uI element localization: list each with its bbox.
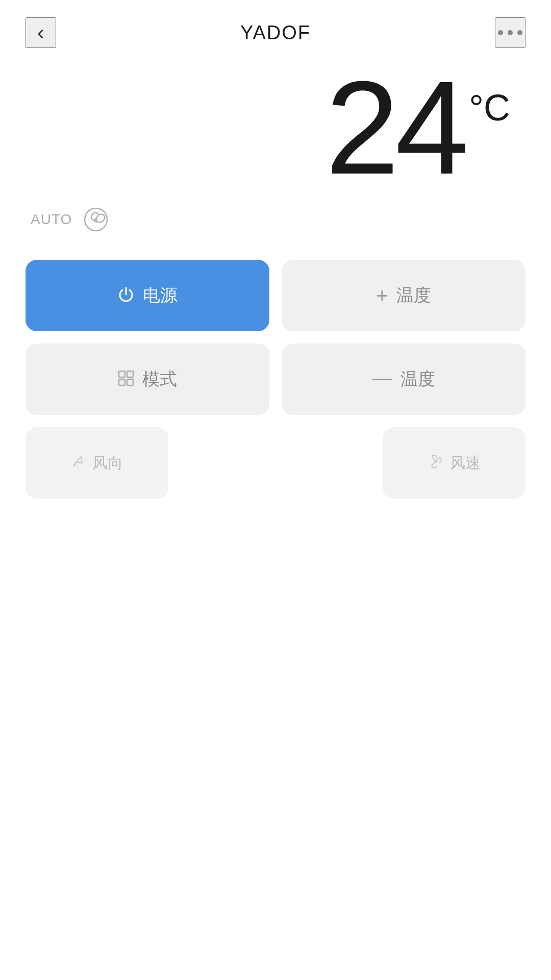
temperature-value: 24 [325,71,465,184]
wind-direction-button[interactable]: 风向 [26,427,168,499]
mode-label: AUTO [31,211,72,228]
temperature-unit: °C [469,87,510,129]
wind-row-spacer [181,427,370,499]
wind-dir-label: 风向 [92,453,123,474]
back-button[interactable]: ‹ [26,17,56,48]
wind-controls-row: 风向 风速 [0,415,551,499]
svg-point-1 [94,218,97,221]
svg-point-6 [435,460,437,462]
wind-speed-icon [428,453,444,473]
power-button[interactable]: 电源 [26,260,269,331]
plus-icon: + [376,285,388,306]
temp-down-button[interactable]: — 温度 [282,344,525,415]
page-title: YADOF [240,22,311,44]
temperature-section: 24 °C [0,56,551,184]
more-button[interactable] [495,17,525,48]
svg-rect-5 [127,379,133,385]
temperature-display: 24 °C [325,71,510,184]
back-icon: ‹ [37,22,44,43]
svg-rect-4 [119,379,125,385]
wind-dir-icon [71,454,86,473]
temp-up-label: 温度 [396,284,431,307]
temp-up-button[interactable]: + 温度 [282,260,525,331]
control-grid: 电源 + 温度 模式 — 温度 [0,260,551,415]
mode-fan-icon [81,205,111,234]
header: ‹ YADOF [0,0,551,56]
power-icon [117,286,135,306]
svg-rect-3 [127,371,133,377]
wind-speed-button[interactable]: 风速 [383,427,525,499]
mode-button-label: 模式 [142,368,177,391]
mode-grid-icon [118,370,134,389]
temp-down-label: 温度 [400,368,435,391]
mode-button[interactable]: 模式 [26,344,269,415]
mode-section: AUTO [0,184,551,260]
svg-rect-2 [119,371,125,377]
minus-icon: — [372,368,392,388]
more-dots-icon [498,30,522,35]
power-button-label: 电源 [143,284,178,307]
wind-speed-label: 风速 [450,453,481,474]
